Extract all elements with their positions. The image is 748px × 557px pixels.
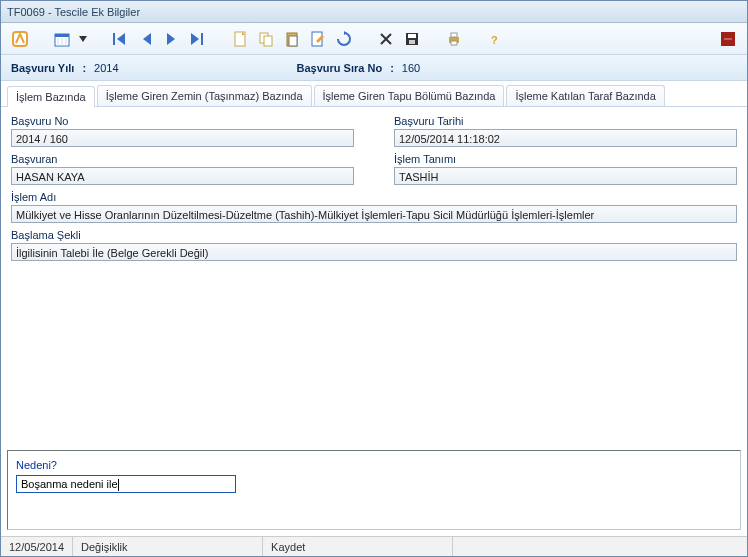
tab-tapu-bolumu-bazinda[interactable]: İşleme Giren Tapu Bölümü Bazında xyxy=(314,85,505,106)
status-action: Kaydet xyxy=(263,537,453,556)
status-date: 12/05/2014 xyxy=(1,537,73,556)
svg-rect-16 xyxy=(409,40,415,44)
app-logo-icon[interactable] xyxy=(9,28,31,50)
svg-rect-10 xyxy=(264,36,272,46)
chevron-down-icon[interactable] xyxy=(77,28,89,50)
islem-tanimi-field[interactable]: TASHİH xyxy=(394,167,737,185)
svg-rect-7 xyxy=(201,33,203,45)
year-label: Başvuru Yılı xyxy=(11,62,74,74)
title-bar: TF0069 - Tescile Ek Bilgiler xyxy=(1,1,747,23)
tab-islem-bazinda[interactable]: İşlem Bazında xyxy=(7,86,95,107)
baslama-sekli-field[interactable]: İlgilisinin Talebi İle (Belge Gerekli De… xyxy=(11,243,737,261)
year-value: 2014 xyxy=(94,62,118,74)
svg-rect-6 xyxy=(113,33,115,45)
svg-rect-22 xyxy=(724,38,732,40)
basvuru-no-field[interactable]: 2014 / 160 xyxy=(11,129,354,147)
reason-panel: Nedeni? Boşanma nedeni ile xyxy=(7,450,741,530)
tab-taraf-bazinda[interactable]: İşleme Katılan Taraf Bazında xyxy=(506,85,664,106)
calendar-icon[interactable] xyxy=(51,28,73,50)
nav-next-icon[interactable] xyxy=(161,28,183,50)
help-icon[interactable]: ? xyxy=(485,28,507,50)
islem-adi-field[interactable]: Mülkiyet ve Hisse Oranlarının Düzeltilme… xyxy=(11,205,737,223)
save-floppy-icon[interactable] xyxy=(401,28,423,50)
edit-doc-icon[interactable] xyxy=(307,28,329,50)
nav-last-icon[interactable] xyxy=(187,28,209,50)
basvuru-tarihi-label: Başvuru Tarihi xyxy=(394,115,737,127)
seq-label: Başvuru Sıra No xyxy=(297,62,383,74)
copy-icon[interactable] xyxy=(255,28,277,50)
window-title: TF0069 - Tescile Ek Bilgiler xyxy=(7,6,140,18)
status-mode: Değişiklik xyxy=(73,537,263,556)
tab-zemin-bazinda[interactable]: İşleme Giren Zemin (Taşınmaz) Bazında xyxy=(97,85,312,106)
basvuru-tarihi-field[interactable]: 12/05/2014 11:18:02 xyxy=(394,129,737,147)
basvuru-no-label: Başvuru No xyxy=(11,115,354,127)
svg-rect-12 xyxy=(289,36,297,46)
new-doc-icon[interactable] xyxy=(229,28,251,50)
nav-prev-icon[interactable] xyxy=(135,28,157,50)
tab-bar: İşlem Bazında İşleme Giren Zemin (Taşınm… xyxy=(1,81,747,107)
toolbar: ? xyxy=(1,23,747,55)
svg-rect-2 xyxy=(55,34,69,37)
nedeni-label: Nedeni? xyxy=(16,459,732,471)
refresh-icon[interactable] xyxy=(333,28,355,50)
form-content: Başvuru No 2014 / 160 Başvuru Tarihi 12/… xyxy=(1,107,747,450)
seq-value: 160 xyxy=(402,62,420,74)
islem-adi-label: İşlem Adı xyxy=(11,191,737,203)
paste-icon[interactable] xyxy=(281,28,303,50)
svg-rect-18 xyxy=(451,33,457,37)
nedeni-input[interactable]: Boşanma nedeni ile xyxy=(16,475,236,493)
basvuran-field[interactable]: HASAN KAYA xyxy=(11,167,354,185)
islem-tanimi-label: İşlem Tanımı xyxy=(394,153,737,165)
baslama-sekli-label: Başlama Şekli xyxy=(11,229,737,241)
svg-rect-15 xyxy=(408,34,416,38)
text-caret xyxy=(118,479,119,491)
header-summary: Başvuru Yılı : 2014 Başvuru Sıra No : 16… xyxy=(1,55,747,81)
nedeni-value: Boşanma nedeni ile xyxy=(21,478,118,490)
status-empty xyxy=(453,537,747,556)
svg-rect-19 xyxy=(451,41,457,45)
status-bar: 12/05/2014 Değişiklik Kaydet xyxy=(1,536,747,556)
basvuran-label: Başvuran xyxy=(11,153,354,165)
close-red-icon[interactable] xyxy=(717,28,739,50)
delete-x-icon[interactable] xyxy=(375,28,397,50)
application-window: TF0069 - Tescile Ek Bilgiler xyxy=(0,0,748,557)
print-icon[interactable] xyxy=(443,28,465,50)
svg-text:?: ? xyxy=(491,34,498,46)
nav-first-icon[interactable] xyxy=(109,28,131,50)
